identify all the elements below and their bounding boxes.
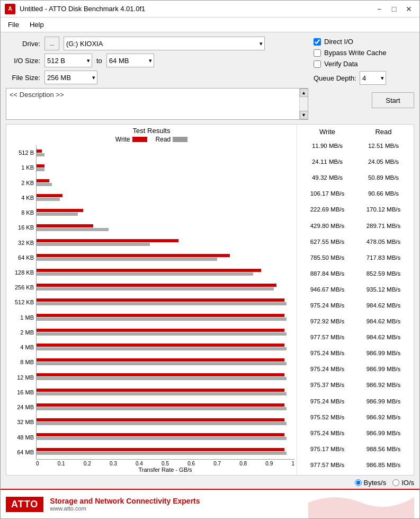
verify-data-label[interactable]: Verify Data <box>324 60 358 68</box>
data-row: 975.24 MB/s984.62 MB/s <box>299 297 412 313</box>
scroll-track <box>300 97 308 111</box>
write-legend: Write <box>115 136 147 143</box>
y-label: 4 KB <box>8 190 36 205</box>
data-read-cell: 986.85 MB/s <box>357 462 410 468</box>
bar-pair <box>37 444 294 459</box>
data-row: 785.50 MB/s717.83 MB/s <box>299 250 412 266</box>
write-bar <box>37 164 44 168</box>
data-row: 975.52 MB/s986.92 MB/s <box>299 409 412 425</box>
y-label: 256 KB <box>8 280 36 295</box>
read-bar <box>37 168 44 171</box>
data-row: 977.57 MB/s986.85 MB/s <box>299 457 412 473</box>
read-bar <box>37 302 287 305</box>
read-bar <box>37 183 52 186</box>
data-write-cell: 785.50 MB/s <box>301 254 354 261</box>
bar-pair <box>37 310 294 324</box>
x-tick: 0.9 <box>265 461 273 467</box>
bypass-write-cache-label[interactable]: Bypass Write Cache <box>324 49 387 57</box>
queue-depth-select[interactable]: 4 <box>360 71 386 85</box>
data-row: 975.24 MB/s986.99 MB/s <box>299 361 412 377</box>
write-bar <box>37 358 284 362</box>
verify-data-row: Verify Data <box>314 60 414 68</box>
write-bar <box>37 344 284 347</box>
bar-pair <box>37 339 294 354</box>
drive-row: Drive: ... (G:) KIOXIA <box>6 37 308 50</box>
io-radio[interactable] <box>392 479 399 486</box>
bypass-write-cache-checkbox[interactable] <box>314 49 321 57</box>
bytes-radio-label[interactable]: Bytes/s <box>355 479 387 487</box>
iosize-to-label: to <box>96 57 102 65</box>
y-label: 32 KB <box>8 235 36 250</box>
verify-data-checkbox[interactable] <box>314 60 321 68</box>
iosize-to-select[interactable]: 64 MB <box>106 54 154 67</box>
write-bar <box>37 269 261 272</box>
y-label: 4 MB <box>8 340 36 355</box>
data-read-cell: 478.05 MB/s <box>357 239 410 245</box>
y-label: 512 KB <box>8 295 36 310</box>
write-bar <box>37 194 62 197</box>
main-window: A Untitled - ATTO Disk Benchmark 4.01.0f… <box>0 0 420 519</box>
bar-pair <box>37 235 294 250</box>
bytes-radio[interactable] <box>355 479 362 486</box>
y-label: 64 KB <box>8 250 36 265</box>
bar-pair <box>37 160 294 175</box>
start-button[interactable]: Start <box>372 92 414 108</box>
bar-pair <box>37 370 294 384</box>
description-scrollbar[interactable]: ▲ ▼ <box>299 89 308 119</box>
read-bar <box>37 287 274 291</box>
io-radio-label[interactable]: IO/s <box>392 479 414 487</box>
write-bar <box>37 373 284 376</box>
description-start-row: << Description >> ▲ ▼ Start <box>6 88 414 120</box>
data-row: 49.32 MB/s50.89 MB/s <box>299 170 412 186</box>
window-title: Untitled - ATTO Disk Benchmark 4.01.0f1 <box>20 5 145 13</box>
scroll-down-button[interactable]: ▼ <box>300 111 308 119</box>
y-label: 8 MB <box>8 355 36 370</box>
write-header: Write <box>301 128 354 136</box>
direct-io-checkbox[interactable] <box>314 38 321 46</box>
bar-pair <box>37 429 294 444</box>
x-tick: 0.2 <box>84 461 91 467</box>
x-tick: 0.3 <box>110 461 117 467</box>
minimize-button[interactable]: − <box>373 3 386 15</box>
data-read-cell: 289.71 MB/s <box>357 223 410 229</box>
write-bar <box>37 418 284 421</box>
description-area: << Description >> ▲ ▼ <box>6 88 308 120</box>
browse-button[interactable]: ... <box>44 37 59 50</box>
iosize-from-select[interactable]: 512 B <box>44 54 92 67</box>
data-write-cell: 24.11 MB/s <box>301 159 354 165</box>
read-bar <box>37 213 78 216</box>
data-row: 627.55 MB/s478.05 MB/s <box>299 234 412 250</box>
atto-logo: ATTO <box>6 497 43 512</box>
y-label: 24 MB <box>8 400 36 415</box>
read-legend: Read <box>156 136 188 143</box>
results-container: Test Results Write Read 512 B1 KB2 KB4 K… <box>6 124 414 476</box>
x-tick: 0.6 <box>187 461 195 467</box>
filesize-label: File Size: <box>6 74 40 82</box>
data-row: 887.84 MB/s852.59 MB/s <box>299 266 412 282</box>
data-row: 222.69 MB/s170.12 MB/s <box>299 201 412 217</box>
filesize-select[interactable]: 256 MB <box>44 71 97 84</box>
direct-io-label[interactable]: Direct I/O <box>324 38 353 46</box>
data-read-cell: 50.89 MB/s <box>357 174 410 181</box>
menu-file[interactable]: File <box>4 19 23 30</box>
close-button[interactable]: ✕ <box>403 3 415 15</box>
write-bar <box>37 284 276 287</box>
filesize-wrapper: 256 MB <box>44 71 97 84</box>
read-header: Read <box>357 128 410 136</box>
x-axis-ticks: 00.10.20.30.40.50.60.70.80.91 <box>36 460 294 467</box>
data-row: 106.17 MB/s90.66 MB/s <box>299 186 412 201</box>
description-area-container: << Description >> ▲ ▼ <box>6 88 308 120</box>
drive-select[interactable]: (G:) KIOXIA <box>64 37 265 50</box>
queue-depth-label: Queue Depth: <box>314 74 356 82</box>
data-write-cell: 946.67 MB/s <box>301 286 354 293</box>
menu-help[interactable]: Help <box>25 19 48 30</box>
data-read-cell: 986.99 MB/s <box>357 366 410 372</box>
scroll-up-button[interactable]: ▲ <box>300 89 308 97</box>
maximize-button[interactable]: □ <box>388 3 400 15</box>
read-bar <box>37 228 109 231</box>
footer-text: Storage and Network Connectivity Experts… <box>50 497 200 512</box>
footer: ATTO Storage and Network Connectivity Ex… <box>1 489 419 518</box>
data-read-cell: 986.99 MB/s <box>357 350 410 356</box>
y-label: 12 MB <box>8 370 36 385</box>
data-row: 946.67 MB/s935.12 MB/s <box>299 282 412 297</box>
